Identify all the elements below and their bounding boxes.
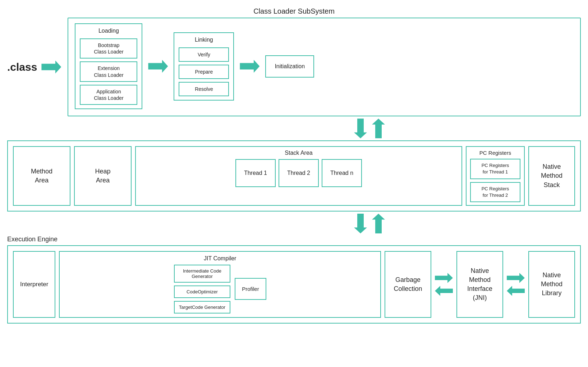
nmi-nml-arrows bbox=[507, 251, 525, 318]
rda-down-arrow bbox=[354, 214, 367, 233]
rda-up-arrow bbox=[372, 214, 385, 233]
nmi-box: Native Method Interface (JNI) bbox=[456, 251, 503, 318]
cls-title: Class Loader SubSystem bbox=[7, 7, 581, 15]
thread-n: Thread n bbox=[322, 159, 362, 187]
method-area: Method Area bbox=[13, 146, 70, 206]
linking-title: Linking bbox=[195, 37, 213, 43]
code-optimizer: CodeOptimizer bbox=[174, 285, 230, 298]
extension-loader: Extension Class Loader bbox=[80, 61, 137, 82]
stack-threads: Thread 1 Thread 2 Thread n bbox=[235, 159, 362, 187]
thread-2: Thread 2 bbox=[279, 159, 319, 187]
jit-title: JIT Compiler bbox=[204, 255, 236, 262]
native-method-stack: Native Method Stack bbox=[528, 146, 575, 206]
nml-to-nmi-arrow bbox=[507, 286, 525, 296]
jit-left: Intermediate Code Generator CodeOptimize… bbox=[174, 265, 230, 313]
dot-class-arrow bbox=[41, 61, 61, 74]
dot-class-label: .class bbox=[7, 61, 37, 73]
cls-outer-box: Loading Bootstrap Class Loader Extension… bbox=[68, 18, 581, 116]
profiler-box: Profiler bbox=[235, 278, 266, 300]
page-wrapper: Class Loader SubSystem .class Loading Bo… bbox=[7, 7, 581, 324]
pc-registers-box: PC Registers PC Registers for Thread 1 P… bbox=[466, 146, 525, 206]
rda-to-ee-arrows bbox=[158, 214, 581, 233]
nml-box: Native Method Library bbox=[528, 251, 575, 318]
stack-area-title: Stack Area bbox=[285, 150, 312, 156]
init-box: Initialization bbox=[265, 55, 314, 78]
ee-title: Execution Engine bbox=[7, 236, 581, 243]
nmi-to-nml-arrow bbox=[507, 273, 525, 283]
gc-box: Garbage Collection bbox=[385, 251, 431, 318]
prepare-item: Prepare bbox=[179, 65, 229, 79]
nmi-to-gc-arrow bbox=[435, 286, 453, 296]
gc-to-nmi-arrow bbox=[435, 273, 453, 283]
bootstrap-loader: Bootstrap Class Loader bbox=[80, 38, 137, 59]
rda-outer-box: Method Area Heap Area Stack Area Thread … bbox=[7, 140, 581, 212]
cls-up-arrow bbox=[372, 119, 385, 138]
cls-down-arrow bbox=[354, 119, 367, 138]
gc-nmi-arrows bbox=[435, 251, 453, 318]
stack-area-box: Stack Area Thread 1 Thread 2 Thread n bbox=[135, 146, 462, 206]
linking-box: Linking Verify Prepare Resolve bbox=[174, 32, 234, 101]
verify-item: Verify bbox=[179, 47, 229, 62]
resolve-item: Resolve bbox=[179, 82, 229, 96]
loading-title: Loading bbox=[98, 28, 119, 34]
heap-area: Heap Area bbox=[74, 146, 132, 206]
loading-to-linking-arrow bbox=[148, 60, 168, 73]
intermediate-code-gen: Intermediate Code Generator bbox=[174, 265, 230, 283]
application-loader: Application Class Loader bbox=[80, 85, 137, 105]
loading-box: Loading Bootstrap Class Loader Extension… bbox=[75, 23, 142, 109]
jit-outer-box: JIT Compiler Intermediate Code Generator… bbox=[59, 251, 381, 318]
thread-1: Thread 1 bbox=[235, 159, 276, 187]
interpreter-box: Interpreter bbox=[13, 251, 55, 318]
jit-inner: Intermediate Code Generator CodeOptimize… bbox=[174, 265, 266, 313]
linking-to-init-arrow bbox=[240, 60, 259, 73]
cls-to-rda-arrows bbox=[158, 119, 581, 138]
pc-thread1: PC Registers for Thread 1 bbox=[470, 159, 520, 179]
ee-outer-box: Interpreter JIT Compiler Intermediate Co… bbox=[7, 245, 581, 324]
pc-registers-title: PC Registers bbox=[479, 150, 511, 156]
target-code-gen: TargetCode Generator bbox=[174, 301, 230, 313]
pc-thread2: PC Registers for Thread 2 bbox=[470, 182, 520, 202]
